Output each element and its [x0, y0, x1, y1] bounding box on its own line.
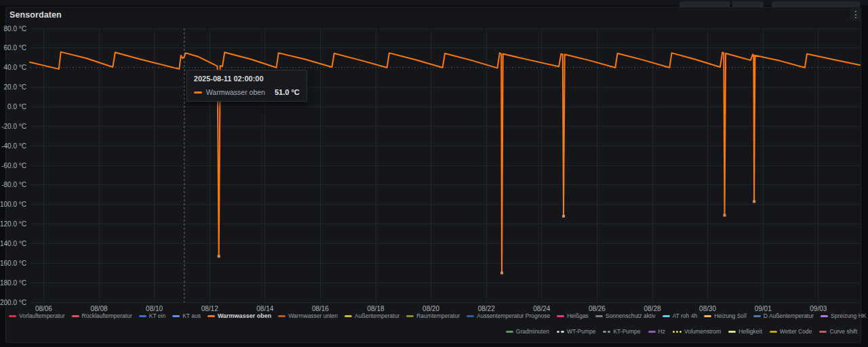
y-tick-label: -200.0 °C: [0, 299, 26, 306]
x-tick-label: 08/20: [422, 305, 439, 312]
legend-item-kt-aus[interactable]: KT aus: [172, 312, 201, 319]
legend-row-2: GradminutenWT-PumpeKT-PumpeHzVolumenstro…: [498, 328, 857, 335]
legend-item-label: Helligkeit: [738, 328, 762, 335]
legend-item-wt-pumpe[interactable]: WT-Pumpe: [557, 328, 596, 335]
legend-item-label: Spreizung HK: [831, 312, 866, 319]
legend-series-marker: [673, 331, 682, 333]
y-tick-label: -80.0 °C: [1, 181, 26, 188]
spike-minimum-marker: [753, 200, 755, 203]
legend-item-label: Vorlauftemperatur: [19, 312, 65, 319]
y-tick-label: -20.0 °C: [1, 123, 26, 130]
legend-series-marker: [603, 331, 610, 333]
legend-series-marker: [139, 315, 146, 317]
legend-item-label: Außentemperatur: [355, 312, 399, 319]
legend-item-curve-shift[interactable]: Curve shift: [819, 328, 857, 335]
legend-item-label: AT roh 4h: [673, 312, 698, 319]
legend-item-volumenstrom[interactable]: Volumenstrom: [673, 328, 721, 335]
legend-item-warmwasser-unten[interactable]: Warmwasser unten: [278, 312, 338, 319]
y-tick-label: -140.0 °C: [0, 240, 26, 247]
legend-item-label: Heißgas: [567, 312, 589, 319]
y-tick-label: -60.0 °C: [1, 162, 26, 169]
spike-minimum-marker: [723, 214, 726, 217]
legend-item-warmwasser-oben[interactable]: Warmwasser oben: [208, 312, 271, 319]
legend-item-aussentemperatur-prognose[interactable]: Aussentemperatur Prognose: [467, 312, 550, 319]
legend-item-label: KT aus: [182, 312, 201, 319]
legend-series-marker: [704, 315, 711, 317]
x-tick-label: 08/08: [90, 305, 107, 312]
legend-item-kt-ein[interactable]: KT ein: [139, 312, 165, 319]
tooltip: 2025-08-11 02:00:00 Warmwasser oben 51.0…: [186, 70, 307, 102]
x-tick-label: 09/03: [810, 305, 827, 312]
y-tick-label: 40.0 °C: [4, 64, 26, 71]
legend-series-marker: [770, 331, 777, 333]
series-color-marker: [194, 91, 202, 94]
legend-item-label: D Außentemperatur: [764, 312, 814, 319]
legend-item-hz[interactable]: Hz: [648, 328, 665, 335]
legend-item-d-au-entemperatur[interactable]: D Außentemperatur: [753, 312, 814, 319]
legend-item-au-entemperatur[interactable]: Außentemperatur: [344, 312, 399, 319]
legend-item-at-roh-4h[interactable]: AT roh 4h: [663, 312, 698, 319]
legend-item-vorlauftemperatur[interactable]: Vorlauftemperatur: [9, 312, 65, 319]
tooltip-series-value: 51.0 °C: [275, 88, 300, 96]
legend-series-marker: [506, 331, 513, 333]
legend-series-marker: [819, 331, 827, 333]
x-tick-label: 09/01: [755, 305, 772, 312]
tooltip-series-row: Warmwasser oben 51.0 °C: [194, 88, 300, 96]
panel-title: Sensordaten: [9, 10, 62, 20]
legend-series-marker: [9, 315, 16, 317]
legend-item-hei-gas[interactable]: Heißgas: [557, 312, 589, 319]
legend-series-marker: [663, 315, 670, 317]
x-tick-label: 08/24: [533, 305, 550, 312]
legend-series-marker: [557, 331, 564, 333]
legend-item-r-cklauftemperatur[interactable]: Rücklauftemperatur: [72, 312, 132, 319]
y-tick-label: -100.0 °C: [0, 201, 26, 208]
legend-item-label: Hz: [658, 328, 665, 335]
legend-item-label: Wetter Code: [780, 328, 812, 335]
legend-series-marker: [208, 315, 215, 317]
legend-item-label: WT-Pumpe: [567, 328, 596, 335]
tooltip-timestamp: 2025-08-11 02:00:00: [194, 75, 300, 83]
legend-item-label: Volumenstrom: [684, 328, 721, 335]
legend-item-gradminuten[interactable]: Gradminuten: [506, 328, 549, 335]
legend-item-label: Warmwasser oben: [218, 312, 271, 319]
legend-series-marker: [557, 315, 564, 317]
legend-item-sonnenschutz-aktiv[interactable]: Sonnenschutz aktiv: [595, 312, 656, 319]
legend-item-label: Raumtemperatur: [416, 312, 460, 319]
panel-menu-icon[interactable]: ⋮: [850, 8, 861, 20]
x-tick-label: 08/28: [644, 305, 660, 312]
x-tick-label: 08/12: [201, 305, 218, 312]
legend-row-1: VorlauftemperaturRücklauftemperaturKT ei…: [9, 312, 868, 319]
time-series-chart: 80.0 °C60.0 °C40.0 °C20.0 °C0.0 °C-20.0 …: [0, 0, 868, 347]
tooltip-series-label: Warmwasser oben: [206, 88, 265, 96]
legend-series-marker: [753, 315, 761, 317]
legend-item-helligkeit[interactable]: Helligkeit: [728, 328, 762, 335]
x-tick-label: 08/06: [35, 305, 52, 312]
legend-item-raumtemperatur[interactable]: Raumtemperatur: [406, 312, 460, 319]
legend-series-marker: [72, 315, 79, 317]
x-tick-label: 08/26: [589, 305, 606, 312]
legend-item-label: Aussentemperatur Prognose: [477, 312, 550, 319]
y-tick-label: -160.0 °C: [0, 260, 26, 267]
y-tick-label: 0.0 °C: [7, 103, 26, 110]
legend-item-wetter-code[interactable]: Wetter Code: [770, 328, 812, 335]
legend-series-marker: [344, 315, 352, 317]
y-tick-label: -180.0 °C: [0, 279, 26, 287]
x-tick-label: 08/10: [146, 305, 163, 312]
y-tick-label: 80.0 °C: [4, 25, 26, 33]
legend-series-marker: [278, 315, 285, 317]
legend-item-kt-pumpe[interactable]: KT-Pumpe: [603, 328, 640, 335]
x-tick-label: 08/14: [256, 305, 273, 312]
legend-series-marker: [595, 315, 603, 317]
spike-minimum-marker: [218, 255, 220, 258]
spike-minimum-marker: [562, 215, 565, 218]
y-tick-label: 20.0 °C: [4, 83, 26, 91]
legend-item-label: Curve shift: [829, 328, 857, 335]
legend-item-label: Gradminuten: [516, 328, 549, 335]
x-tick-label: 08/16: [312, 305, 329, 312]
spike-minimum-marker: [500, 272, 503, 274]
x-tick-label: 08/18: [367, 305, 384, 312]
legend-item-heizung-soll[interactable]: Heizung Soll: [704, 312, 747, 319]
legend-item-spreizung-hk[interactable]: Spreizung HK: [821, 312, 866, 319]
legend-series-marker: [728, 331, 736, 333]
legend-item-label: KT-Pumpe: [613, 328, 640, 335]
